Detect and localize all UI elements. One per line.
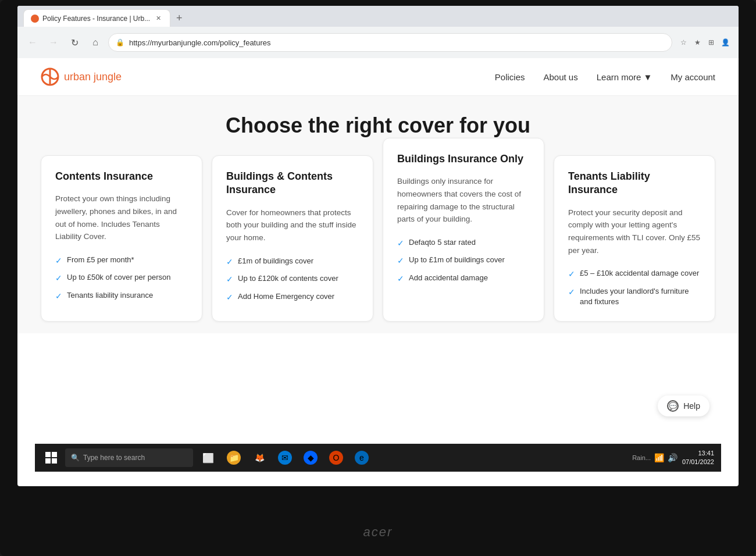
extension-icon-1[interactable]: ★ [691, 36, 704, 49]
taskbar-app-office[interactable]: O [326, 447, 347, 468]
clock-time: 13:41 [682, 449, 714, 458]
help-widget[interactable]: 💬 Help [658, 395, 709, 416]
tab-favicon [31, 15, 39, 23]
card-feature-item: ✓ Includes your landlord's furniture and… [568, 286, 701, 307]
logo-icon [41, 67, 59, 86]
taskbar-app-firefox[interactable]: 🦊 [249, 447, 270, 468]
feature-text: Up to £1m of buildings cover [409, 255, 505, 265]
wifi-icon: 📶 [654, 453, 664, 462]
url-text: https://myurbanjungle.com/policy_feature… [129, 38, 271, 47]
check-icon: ✓ [55, 273, 62, 284]
taskbar-app-mail[interactable]: ✉ [274, 447, 295, 468]
nav-links: Policies About us Learn more ▼ My accoun… [495, 72, 715, 82]
browser-extension-area: ☆ ★ ⊞ 👤 [677, 36, 732, 49]
card-features-tenants: ✓ £5 – £10k accidental damage cover ✓ In… [568, 268, 701, 307]
browser-chrome: Policy Features - Insurance | Urb... ✕ +… [17, 6, 739, 58]
website-content: urban jungle Policies About us Learn mor… [17, 58, 739, 333]
feature-text: From £5 per month* [67, 255, 134, 265]
windows-logo-icon [45, 452, 57, 464]
card-feature-item: ✓ Up to £120k of contents cover [226, 273, 359, 286]
card-buildings-contents: Buildings & Contents Insurance Cover for… [212, 155, 373, 322]
check-icon: ✓ [568, 269, 575, 280]
help-chat-icon: 💬 [667, 400, 679, 412]
monitor-brand-label: acer [363, 525, 393, 540]
reload-button[interactable]: ↻ [66, 34, 83, 51]
address-bar[interactable]: 🔒 https://myurbanjungle.com/policy_featu… [108, 33, 672, 52]
file-explorer-icon: 📁 [227, 451, 241, 465]
card-feature-item: ✓ Up to £50k of cover per person [55, 272, 188, 284]
check-icon: ✓ [397, 238, 404, 250]
profile-icon[interactable]: 👤 [719, 36, 732, 49]
check-icon: ✓ [397, 255, 404, 267]
check-icon: ✓ [568, 287, 575, 298]
help-label: Help [683, 401, 700, 411]
main-content: Choose the right cover for you Contents … [17, 96, 739, 333]
taskbar-app-edge[interactable]: e [351, 447, 372, 468]
card-contents-insurance: Contents Insurance Protect your own thin… [41, 155, 202, 322]
dropbox-icon: ◆ [304, 451, 318, 465]
task-view-icon: ⬜ [202, 452, 214, 464]
page-title: Choose the right cover for you [41, 113, 715, 138]
card-features-buildings-only: ✓ Defaqto 5 star rated ✓ Up to £1m of bu… [397, 237, 530, 285]
feature-text: Up to £120k of contents cover [238, 273, 338, 284]
card-title-buildings-contents: Buildings & Contents Insurance [226, 170, 359, 197]
system-clock[interactable]: 13:41 07/01/2022 [682, 449, 714, 467]
home-button[interactable]: ⌂ [87, 34, 104, 51]
extension-icon-2[interactable]: ⊞ [705, 36, 718, 49]
nav-policies[interactable]: Policies [495, 72, 525, 82]
card-feature-item: ✓ £5 – £10k accidental damage cover [568, 268, 701, 280]
system-tray: Rain... 📶 🔊 [632, 453, 677, 462]
card-title-tenants: Tenants Liability Insurance [568, 170, 701, 197]
card-feature-item: ✓ Add accidental damage [397, 273, 530, 285]
feature-text: Defaqto 5 star rated [409, 237, 476, 248]
check-icon: ✓ [55, 291, 62, 302]
new-tab-button[interactable]: + [170, 9, 188, 27]
nav-learn-more[interactable]: Learn more ▼ [597, 72, 652, 82]
search-icon: 🔍 [71, 454, 80, 462]
card-features-buildings-contents: ✓ £1m of buildings cover ✓ Up to £120k o… [226, 256, 359, 304]
check-icon: ✓ [226, 256, 233, 268]
clock-date: 07/01/2022 [682, 458, 714, 466]
feature-text: Up to £50k of cover per person [67, 272, 171, 283]
forward-button[interactable]: → [45, 34, 62, 51]
bookmark-star-icon[interactable]: ☆ [677, 36, 690, 49]
chevron-down-icon: ▼ [643, 72, 652, 82]
browser-toolbar: ← → ↻ ⌂ 🔒 https://myurbanjungle.com/poli… [17, 27, 739, 58]
card-desc-tenants: Protect your security deposit and comply… [568, 206, 701, 256]
taskbar-app-dropbox[interactable]: ◆ [300, 447, 321, 468]
card-feature-item: ✓ Defaqto 5 star rated [397, 237, 530, 250]
feature-text: Add accidental damage [409, 273, 488, 283]
browser-tab-bar: Policy Features - Insurance | Urb... ✕ + [17, 6, 739, 27]
lock-icon: 🔒 [116, 38, 124, 47]
task-view-button[interactable]: ⬜ [198, 447, 219, 468]
card-desc-contents: Protect your own things including jewell… [55, 193, 188, 243]
feature-text: £1m of buildings cover [238, 256, 313, 266]
feature-text: £5 – £10k accidental damage cover [580, 268, 699, 279]
card-feature-item: ✓ From £5 per month* [55, 255, 188, 267]
office-icon: O [329, 451, 343, 465]
card-feature-item: ✓ Up to £1m of buildings cover [397, 255, 530, 267]
site-navigation: urban jungle Policies About us Learn mor… [17, 58, 739, 96]
back-button[interactable]: ← [24, 34, 41, 51]
nav-about-us[interactable]: About us [544, 72, 578, 82]
card-feature-item: ✓ Tenants liability insurance [55, 290, 188, 302]
windows-start-button[interactable] [42, 448, 60, 467]
card-tenants-liability: Tenants Liability Insurance Protect your… [554, 155, 715, 322]
card-title-buildings-only: Buildings Insurance Only [397, 152, 530, 166]
tab-title: Policy Features - Insurance | Urb... [42, 15, 150, 23]
browser-tab-active[interactable]: Policy Features - Insurance | Urb... ✕ [23, 9, 170, 27]
mail-icon: ✉ [278, 451, 292, 465]
taskbar-search[interactable]: 🔍 Type here to search [65, 448, 193, 467]
firefox-icon: 🦊 [252, 451, 266, 465]
tab-close-button[interactable]: ✕ [154, 14, 163, 23]
check-icon: ✓ [397, 273, 404, 285]
monitor-frame: Policy Features - Insurance | Urb... ✕ +… [0, 0, 756, 556]
site-logo[interactable]: urban jungle [41, 67, 122, 86]
weather-text: Rain... [632, 454, 651, 461]
monitor-screen: Policy Features - Insurance | Urb... ✕ +… [17, 6, 739, 486]
nav-my-account[interactable]: My account [671, 72, 715, 82]
taskbar-app-explorer[interactable]: 📁 [223, 447, 244, 468]
feature-text: Add Home Emergency cover [238, 291, 334, 302]
insurance-cards-grid: Contents Insurance Protect your own thin… [41, 155, 715, 322]
feature-text: Includes your landlord's furniture and f… [580, 286, 701, 307]
